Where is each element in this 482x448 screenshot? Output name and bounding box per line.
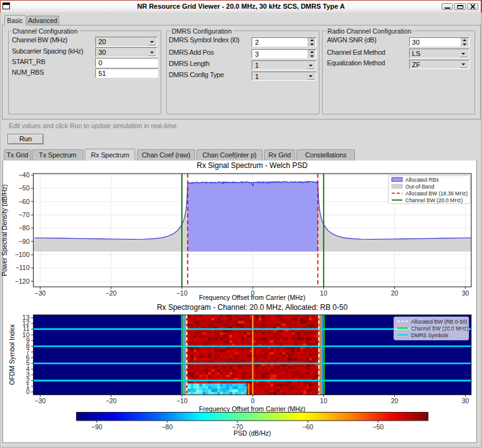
svg-text:−90: −90 <box>92 423 103 431</box>
svg-text:−10: −10 <box>176 289 187 297</box>
svg-text:−110: −110 <box>16 264 30 271</box>
svg-text:Allocated BW (RB 0-50): Allocated BW (RB 0-50) <box>411 319 467 325</box>
svg-text:−80: −80 <box>19 224 30 231</box>
svg-text:10: 10 <box>320 289 328 297</box>
svg-text:30: 30 <box>461 289 469 297</box>
svg-text:Rx Spectrogram - Channel: 20.0: Rx Spectrogram - Channel: 20.0 MHz, Allo… <box>157 303 347 312</box>
svg-text:−20: −20 <box>105 397 116 404</box>
svg-text:Rx Signal Spectrum - Welch PSD: Rx Signal Spectrum - Welch PSD <box>197 161 308 170</box>
svg-text:−90: −90 <box>19 238 30 245</box>
svg-text:−10: −10 <box>176 397 187 404</box>
svg-text:Power Spectral Density (dB/Hz): Power Spectral Density (dB/Hz) <box>1 184 8 276</box>
svg-text:Out-of-Band: Out-of-Band <box>405 184 435 190</box>
svg-text:20: 20 <box>391 397 399 404</box>
svg-text:Frequency Offset from Carrier: Frequency Offset from Carrier (MHz) <box>199 294 306 301</box>
svg-text:−40: −40 <box>19 171 30 179</box>
svg-text:−60: −60 <box>302 423 313 431</box>
svg-text:20: 20 <box>391 289 399 297</box>
svg-text:Allocated BW (18.36 MHz): Allocated BW (18.36 MHz) <box>405 190 468 197</box>
svg-text:−60: −60 <box>19 198 30 205</box>
svg-text:−100: −100 <box>15 251 30 258</box>
svg-text:−50: −50 <box>19 184 30 192</box>
svg-text:−20: −20 <box>105 289 116 297</box>
svg-text:13: 13 <box>22 314 30 321</box>
svg-text:OFDM Symbol Index: OFDM Symbol Index <box>8 324 16 385</box>
svg-text:−30: −30 <box>35 289 46 297</box>
svg-text:Channel BW (20.0 MHz): Channel BW (20.0 MHz) <box>411 325 468 332</box>
svg-text:10: 10 <box>320 397 328 404</box>
svg-text:DMRS Symbols: DMRS Symbols <box>411 332 448 338</box>
svg-text:0: 0 <box>251 397 255 404</box>
svg-text:−30: −30 <box>35 397 46 404</box>
svg-text:−50: −50 <box>372 423 384 431</box>
svg-text:Frequency Offset from Carrier: Frequency Offset from Carrier (MHz) <box>199 405 306 413</box>
svg-text:Allocated RBs: Allocated RBs <box>405 177 438 183</box>
svg-text:Channel BW (20.0 MHz): Channel BW (20.0 MHz) <box>405 197 463 203</box>
svg-text:−120: −120 <box>15 278 30 285</box>
svg-text:30: 30 <box>461 397 469 404</box>
svg-text:−70: −70 <box>19 211 30 218</box>
svg-text:PSD (dB/Hz): PSD (dB/Hz) <box>234 429 271 437</box>
svg-text:−80: −80 <box>161 423 172 431</box>
